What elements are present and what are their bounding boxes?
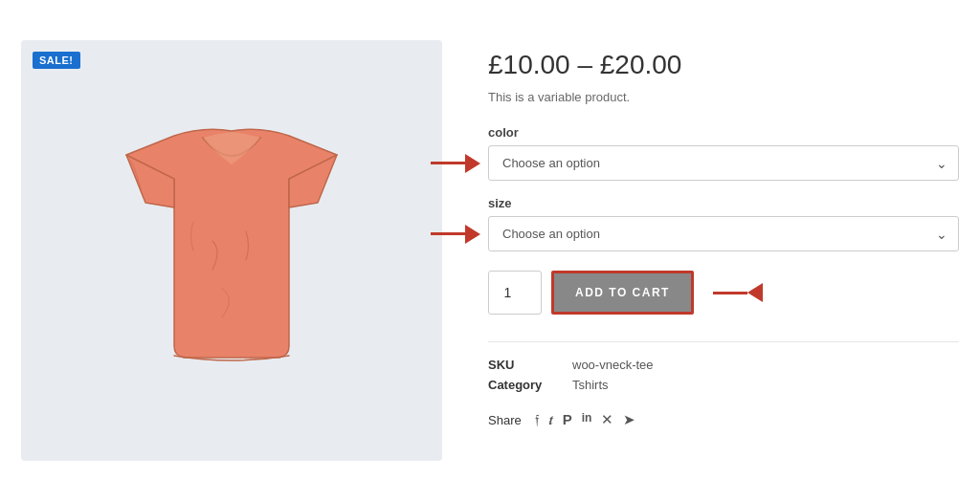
add-to-cart-row: ADD TO CART [488, 271, 959, 315]
product-image-area: SALE! [21, 40, 442, 461]
color-arrow-indicator [431, 154, 480, 173]
color-arrow-shaft [431, 162, 465, 164]
size-label: size [488, 196, 959, 210]
sku-value: woo-vneck-tee [572, 358, 654, 372]
telegram-icon[interactable]: ➤ [623, 411, 635, 428]
color-field-group: color Choose an option Red Blue Green ⌄ [488, 125, 959, 181]
sku-label: SKU [488, 358, 557, 372]
color-select-wrapper: Choose an option Red Blue Green ⌄ [488, 145, 959, 181]
size-select-wrapper: Choose an option Small Medium Large ⌄ [488, 216, 959, 251]
product-price: £10.00 – £20.00 [488, 50, 959, 80]
product-description: This is a variable product. [488, 90, 959, 104]
pinterest-icon[interactable]: P [563, 411, 572, 428]
cart-arrow-head [747, 283, 763, 302]
twitter-icon[interactable]: 𝒕 [549, 411, 553, 428]
social-icons: 𝔣 𝒕 P in ✕ ➤ [535, 411, 636, 428]
category-value: Tshirts [572, 378, 609, 392]
size-arrow-head [465, 225, 480, 244]
size-field-group: size Choose an option Small Medium Large… [488, 196, 959, 251]
sku-row: SKU woo-vneck-tee [488, 358, 959, 372]
size-arrow-shaft [431, 232, 465, 235]
share-label: Share [488, 413, 522, 427]
cart-arrow-indicator [713, 283, 763, 302]
product-page: SALE! £10.00 – £20.00 This is a va [21, 21, 959, 480]
add-to-cart-button[interactable]: ADD TO CART [551, 271, 694, 315]
color-label: color [488, 125, 959, 140]
product-image [98, 98, 366, 403]
quantity-input[interactable] [488, 271, 542, 315]
product-meta: SKU woo-vneck-tee Category Tshirts [488, 358, 959, 392]
size-select[interactable]: Choose an option Small Medium Large [488, 216, 959, 251]
linkedin-icon[interactable]: in [582, 411, 592, 428]
category-row: Category Tshirts [488, 378, 959, 392]
xing-icon[interactable]: ✕ [601, 411, 613, 428]
color-select[interactable]: Choose an option Red Blue Green [488, 145, 959, 181]
share-row: Share 𝔣 𝒕 P in ✕ ➤ [488, 411, 959, 428]
facebook-icon[interactable]: 𝔣 [535, 411, 540, 428]
divider [488, 341, 959, 342]
cart-arrow-shaft [713, 292, 747, 294]
size-arrow-indicator [431, 225, 480, 244]
color-arrow-head [465, 154, 480, 173]
category-label: Category [488, 378, 557, 392]
sale-badge: SALE! [33, 52, 80, 69]
product-details: £10.00 – £20.00 This is a variable produ… [488, 40, 959, 428]
